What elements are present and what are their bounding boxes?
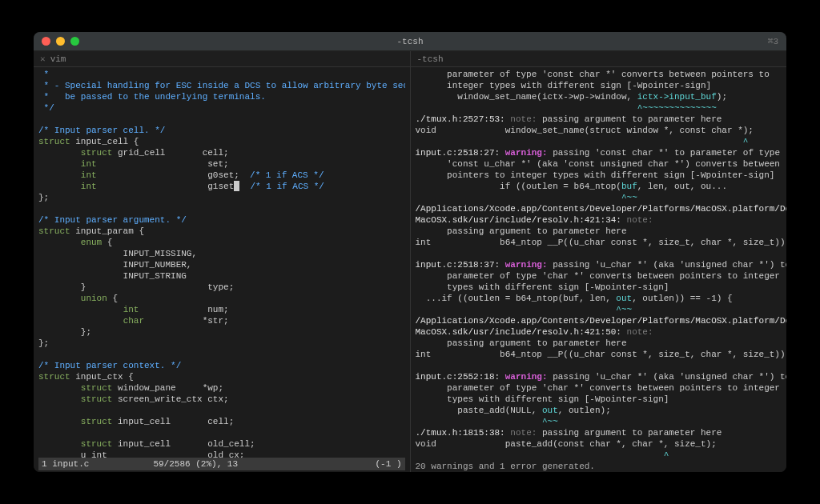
code-line: [38, 427, 405, 438]
output-line: input.c:2518:37: warning: passing 'u_cha…: [416, 259, 782, 270]
output-line: parameter of type 'char *' converts betw…: [416, 382, 782, 394]
output-line: ^~~: [416, 416, 782, 427]
output-line: input.c:2518:27: warning: passing 'const…: [416, 147, 782, 158]
traffic-lights: [42, 37, 79, 46]
output-line: 'const u_char *' (aka 'const unsigned ch…: [416, 158, 782, 170]
vim-statusbar: 1 input.c 59/2586 (2%), 13 (-1 ): [38, 458, 405, 470]
code-line: INPUT_MISSING,: [38, 248, 405, 259]
output-line: ...if ((outlen = b64_ntop(buf, len, out,…: [416, 293, 782, 304]
window-title: -tcsh: [396, 37, 423, 46]
close-icon[interactable]: [42, 37, 50, 46]
output-line: types with different sign [-Wpointer-sig…: [416, 282, 782, 293]
code-line: * - Special handling for ESC inside a DC…: [38, 80, 405, 91]
output-line: passing argument to parameter here: [416, 226, 782, 237]
code-line: * be passed to the underlying terminals.: [38, 91, 405, 102]
output-line: window_set_name(ictx->wp->window, ictx->…: [416, 91, 782, 102]
code-line: *: [38, 69, 405, 80]
output-line: input.c:2552:18: warning: passing 'u_cha…: [416, 371, 782, 382]
tab-bar: ✕ vim -tcsh: [34, 51, 786, 67]
code-line: /* Input parser argument. */: [38, 214, 405, 226]
output-line: ^: [416, 136, 782, 147]
code-line: };: [38, 192, 405, 203]
output-line: void paste_add(const char *, char *, siz…: [416, 438, 782, 450]
output-line: MacOSX.sdk/usr/include/resolv.h:421:50: …: [416, 326, 782, 338]
output-line: int b64_ntop __P((u_char const *, size_t…: [416, 237, 782, 248]
close-icon[interactable]: ✕: [40, 54, 46, 64]
output-line: /Applications/Xcode.app/Contents/Develop…: [416, 203, 782, 214]
code-line: struct input_ctx {: [38, 371, 405, 382]
code-line: };: [38, 338, 405, 349]
code-line: u_int old_cx;: [38, 450, 405, 458]
output-line: integer types with different sign [-Wpoi…: [416, 80, 782, 91]
output-line: 20 warnings and 1 error generated.: [416, 461, 782, 472]
code-line: struct input_cell old_cell;: [38, 438, 405, 450]
vim-pane[interactable]: * * - Special handling for ESC inside a …: [34, 67, 411, 472]
output-line: ^~~: [416, 192, 782, 203]
code-line: int set;: [38, 158, 405, 170]
output-line: ^: [416, 450, 782, 461]
output-line: ./tmux.h:1815:38: note: passing argument…: [416, 427, 782, 438]
code-line: [38, 349, 405, 360]
output-line: ^~~: [416, 304, 782, 315]
output-line: paste_add(NULL, out, outlen);: [416, 405, 782, 416]
code-line: */: [38, 102, 405, 114]
output-line: int b64_ntop __P((u_char const *, size_t…: [416, 349, 782, 360]
code-line: [38, 405, 405, 416]
shortcut-indicator: ⌘3: [768, 36, 778, 46]
status-filename: 1 input.c: [42, 458, 89, 470]
code-line: enum {: [38, 237, 405, 248]
output-line: ^~~~~~~~~~~~~~~: [416, 102, 782, 114]
code-line: struct input_param {: [38, 226, 405, 237]
output-line: types with different sign [-Wpointer-sig…: [416, 394, 782, 405]
minimize-icon[interactable]: [56, 37, 65, 46]
output-line: [416, 248, 782, 259]
code-line: [38, 114, 405, 125]
tab-label: -tcsh: [417, 54, 444, 64]
code-line: struct input_cell {: [38, 136, 405, 147]
code-line: /* Input parser cell. */: [38, 125, 405, 136]
code-line: /* Input parser context. */: [38, 360, 405, 371]
output-line: ./tmux.h:2527:53: note: passing argument…: [416, 114, 782, 125]
code-line: union {: [38, 293, 405, 304]
vim-buffer[interactable]: * * - Special handling for ESC inside a …: [38, 69, 405, 458]
code-line: INPUT_STRING: [38, 270, 405, 282]
output-line: if ((outlen = b64_ntop(buf, len, out, ou…: [416, 181, 782, 192]
code-line: char *str;: [38, 315, 405, 326]
output-line: MacOSX.sdk/usr/include/resolv.h:421:34: …: [416, 214, 782, 226]
tab-vim[interactable]: ✕ vim: [34, 51, 411, 66]
code-line: struct screen_write_ctx ctx;: [38, 394, 405, 405]
output-line: /Applications/Xcode.app/Contents/Develop…: [416, 315, 782, 326]
code-line: int g1set /* 1 if ACS */: [38, 181, 405, 192]
code-line: struct grid_cell cell;: [38, 147, 405, 158]
code-line: struct input_cell cell;: [38, 416, 405, 427]
tab-tcsh[interactable]: -tcsh: [411, 51, 787, 66]
code-line: int num;: [38, 304, 405, 315]
output-line: parameter of type 'char *' converts betw…: [416, 270, 782, 282]
split-panes: * * - Special handling for ESC inside a …: [34, 67, 786, 472]
output-line: passing argument to parameter here: [416, 338, 782, 349]
output-line: pointers to integer types with different…: [416, 170, 782, 181]
terminal-window: -tcsh ⌘3 ✕ vim -tcsh * * - Special handl…: [34, 32, 786, 472]
code-line: struct window_pane *wp;: [38, 382, 405, 394]
output-line: [416, 360, 782, 371]
code-line: INPUT_NUMBER,: [38, 259, 405, 270]
code-line: } type;: [38, 282, 405, 293]
code-line: [38, 203, 405, 214]
output-line: parameter of type 'const char *' convert…: [416, 69, 782, 80]
output-line: void window_set_name(struct window *, co…: [416, 125, 782, 136]
compiler-output-pane[interactable]: parameter of type 'const char *' convert…: [411, 67, 787, 472]
status-extra: (-1 ): [375, 458, 401, 470]
tab-label: vim: [50, 54, 66, 64]
code-line: };: [38, 326, 405, 338]
titlebar[interactable]: -tcsh ⌘3: [34, 32, 786, 51]
zoom-icon[interactable]: [70, 37, 79, 46]
code-line: int g0set; /* 1 if ACS */: [38, 170, 405, 181]
status-position: 59/2586 (2%), 13: [153, 458, 238, 470]
